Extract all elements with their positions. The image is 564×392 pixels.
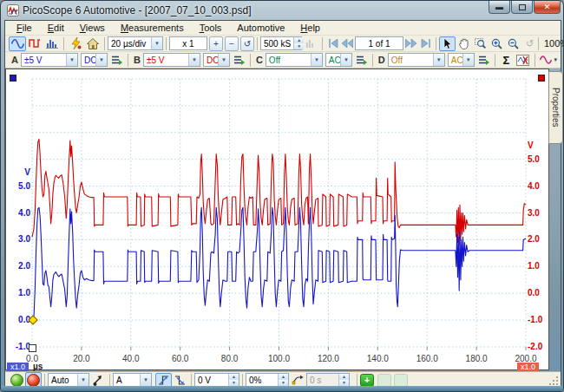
spinner-arrows[interactable]: ▲▼: [228, 374, 239, 386]
channel-options-icon: [356, 55, 367, 65]
separator: [357, 374, 357, 387]
trigger-mode-select[interactable]: Auto ▼: [48, 373, 89, 387]
channel-b-options-button[interactable]: [232, 53, 247, 68]
first-buffer-button[interactable]: [325, 36, 340, 51]
stop-capture-button[interactable]: [25, 372, 42, 388]
channel-d-label: D: [378, 55, 385, 65]
channel-b-coupling-select[interactable]: DC▼: [203, 53, 230, 67]
zoom-minus-button[interactable]: −: [225, 36, 239, 51]
resize-grip[interactable]: [548, 376, 559, 386]
separator: [44, 374, 45, 387]
zoom-reset-button[interactable]: ↺: [240, 36, 254, 51]
menu-item-tools[interactable]: Tools: [192, 22, 230, 35]
left-axis-unit: V: [7, 167, 30, 177]
close-button[interactable]: ✕: [534, 1, 561, 14]
channel-b-range-select[interactable]: ±5 V▼: [143, 53, 200, 67]
spinner-arrows[interactable]: ▲▼: [278, 374, 288, 386]
masks-menu-button[interactable]: ▼: [538, 53, 561, 68]
channel-c-coupling-select[interactable]: AC▼: [325, 53, 352, 67]
menu-item-measurements[interactable]: Measurements: [113, 22, 192, 35]
persistence-view-icon: [29, 38, 41, 49]
rising-edge-button[interactable]: [155, 373, 172, 388]
channel-a-axis-handle[interactable]: [10, 75, 16, 82]
menu-item-views[interactable]: Views: [72, 22, 113, 35]
separator: [250, 54, 251, 67]
chevron-down-icon: ▼: [433, 54, 444, 66]
separator: [372, 54, 373, 67]
time-axis-handle[interactable]: [29, 344, 36, 352]
properties-tab-label: Properties: [551, 88, 561, 127]
menu-item-file[interactable]: File: [9, 22, 40, 35]
properties-tab[interactable]: Properties: [548, 71, 563, 144]
channel-c-options-button[interactable]: [354, 53, 370, 68]
spin-down-icon[interactable]: ▼: [229, 380, 239, 386]
pointer-tool-button[interactable]: [439, 36, 456, 51]
zoom-out-button[interactable]: [505, 36, 521, 51]
rising-edge-icon: [158, 375, 169, 386]
menu-item-help[interactable]: Help: [292, 22, 328, 35]
menu-item-automotive[interactable]: Automotive: [229, 22, 292, 35]
zoom-marquee-button[interactable]: [472, 36, 489, 51]
title-bar[interactable]: PicoScope 6 Automotive - [2007_07_10_003…: [1, 1, 563, 20]
scope-view-button[interactable]: [9, 36, 26, 51]
zoom-factor-value: x 1: [182, 39, 193, 49]
trigger-options-button[interactable]: [89, 373, 107, 388]
channel-a-label: A: [11, 55, 18, 65]
pretrigger-spinner[interactable]: 0% ▲▼: [246, 373, 289, 387]
edit-measurement-button: [377, 374, 391, 387]
channel-c-range-select[interactable]: Off▼: [266, 53, 323, 67]
spin-up-icon[interactable]: ▲: [279, 374, 288, 380]
spectrum-view-button[interactable]: [43, 36, 61, 51]
math-channels-button[interactable]: Σ: [498, 53, 515, 68]
separator: [538, 37, 539, 50]
buffer-position-box[interactable]: 1 of 1: [355, 36, 403, 50]
left-axis-tick: 4.0: [7, 208, 30, 218]
zoom-plus-button[interactable]: +: [209, 36, 223, 51]
timebase-select[interactable]: 20 µs/div ▼: [108, 36, 163, 50]
falling-edge-button[interactable]: [172, 373, 188, 388]
samples-spinner[interactable]: 500 kS ▲▼: [260, 36, 302, 50]
minimize-button[interactable]: ▬: [489, 1, 510, 14]
last-buffer-button[interactable]: [418, 36, 433, 51]
start-capture-button[interactable]: [9, 373, 25, 388]
separator: [63, 37, 64, 50]
zoom-factor-display[interactable]: x 1: [169, 36, 207, 50]
chevron-down-icon: ▼: [140, 374, 151, 386]
channel-b-axis-handle[interactable]: [538, 75, 545, 82]
maximize-button[interactable]: [511, 1, 533, 14]
channel-toolbar: A±5 V▼DC▼B±5 V▼DC▼COff▼AC▼DOff▼AC▼Σ▼: [5, 52, 561, 69]
zoom-in-button[interactable]: [489, 36, 505, 51]
channel-b-coupling-value: DC: [204, 56, 218, 65]
separator: [128, 54, 128, 67]
channel-d-options-button[interactable]: [476, 53, 492, 68]
rapid-trigger-button[interactable]: [289, 373, 306, 388]
channel-a-options-button[interactable]: [109, 53, 125, 68]
channel-a-coupling-select[interactable]: DC▼: [81, 53, 108, 67]
zoom-level-label: 100%: [541, 38, 564, 49]
separator: [534, 54, 535, 67]
add-measurement-button[interactable]: +: [360, 374, 374, 387]
menu-item-edit[interactable]: Edit: [40, 22, 72, 35]
auto-setup-button[interactable]: [67, 36, 84, 51]
previous-buffer-button[interactable]: [340, 36, 355, 51]
trigger-delay-spinner: 0 s ▲▼: [306, 373, 350, 387]
last-buffer-icon: [421, 39, 431, 48]
reference-waveforms-button[interactable]: [515, 53, 532, 68]
trigger-threshold-spinner[interactable]: 0 V ▲▼: [194, 373, 239, 387]
channel-a-range-select[interactable]: ±5 V▼: [21, 53, 78, 67]
app-icon: [7, 4, 19, 16]
spin-up-icon[interactable]: ▲: [229, 374, 239, 380]
scope-display[interactable]: V5.04.03.02.01.00.0-1.0V5.04.03.02.01.00…: [5, 69, 549, 370]
channel-d-coupling-select[interactable]: AC▼: [448, 53, 475, 67]
persistence-view-button[interactable]: [26, 36, 43, 51]
channel-d-range-select[interactable]: Off▼: [388, 53, 445, 67]
next-buffer-button[interactable]: [403, 36, 418, 51]
trigger-source-select[interactable]: A ▼: [113, 373, 152, 387]
home-settings-button[interactable]: [84, 36, 102, 51]
spin-down-icon[interactable]: ▼: [279, 380, 288, 386]
x-axis-tick: 80.0: [212, 354, 248, 363]
first-buffer-icon: [328, 39, 338, 48]
channel-a-trace: [32, 207, 526, 318]
scope-view-icon: [11, 38, 24, 49]
hand-tool-button[interactable]: [456, 36, 472, 51]
